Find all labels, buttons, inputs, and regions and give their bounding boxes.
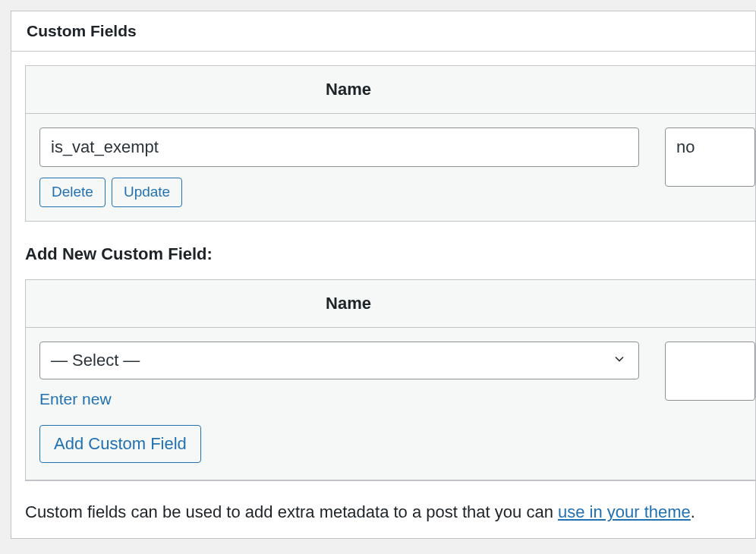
custom-fields-metabox: Custom Fields Name Delete Update no: [11, 11, 756, 539]
add-new-body-row: — Select — Enter new Add Custom Field: [26, 328, 755, 480]
add-new-heading: Add New Custom Field:: [25, 244, 755, 264]
use-in-theme-link[interactable]: use in your theme: [558, 502, 691, 521]
metabox-body: Name Delete Update no Add New Custom Fie…: [11, 52, 755, 538]
add-new-value-col: [665, 342, 755, 404]
existing-fields-table: Name Delete Update no: [25, 65, 755, 222]
update-button[interactable]: Update: [112, 178, 182, 207]
add-new-key-col: — Select — Enter new Add Custom Field: [39, 342, 639, 463]
footer-help-text: Custom fields can be used to add extra m…: [25, 501, 755, 524]
row-actions: Delete Update: [39, 178, 182, 207]
existing-field-row: Delete Update no: [26, 114, 755, 221]
meta-key-input[interactable]: [39, 127, 639, 167]
column-header-name: Name: [26, 280, 671, 327]
add-new-table: Name — Select — Enter new Add Custom Fie…: [25, 279, 755, 481]
add-button-wrap: Add Custom Field: [39, 425, 201, 463]
enter-new-link[interactable]: Enter new: [39, 390, 112, 408]
meta-value-input[interactable]: no: [665, 127, 755, 187]
key-select-wrap: — Select —: [39, 342, 639, 379]
footer-text-before: Custom fields can be used to add extra m…: [25, 502, 558, 521]
new-meta-value-input[interactable]: [665, 342, 755, 401]
existing-field-key-col: Delete Update: [39, 127, 639, 207]
metabox-title: Custom Fields: [27, 22, 740, 40]
existing-fields-header-row: Name: [26, 66, 755, 114]
add-custom-field-button[interactable]: Add Custom Field: [39, 425, 201, 463]
meta-key-select[interactable]: — Select —: [39, 342, 639, 379]
column-header-name: Name: [26, 66, 671, 113]
existing-field-value-col: no: [665, 127, 755, 190]
footer-text-after: .: [691, 502, 695, 521]
delete-button[interactable]: Delete: [39, 178, 106, 207]
metabox-header: Custom Fields: [11, 11, 755, 52]
add-new-header-row: Name: [26, 280, 755, 328]
